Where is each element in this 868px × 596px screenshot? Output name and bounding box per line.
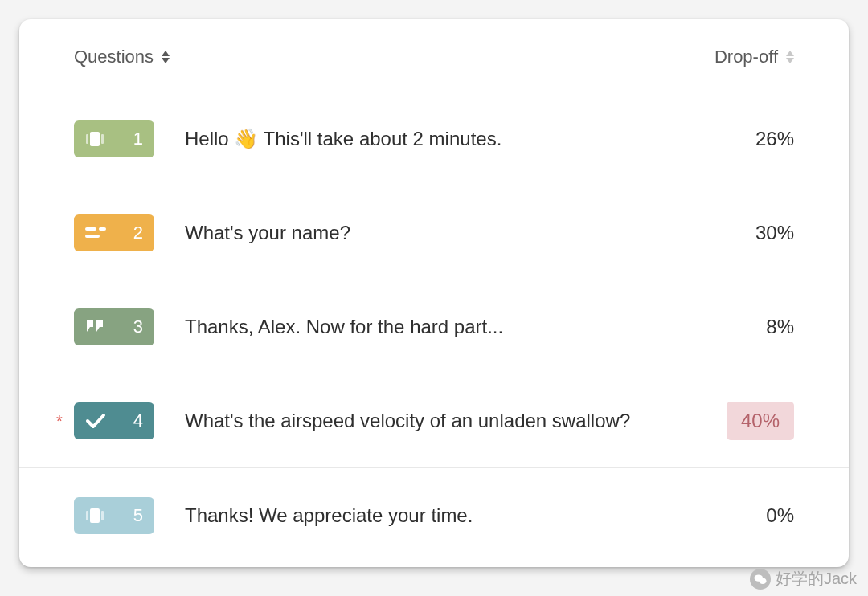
sort-icon: [162, 51, 170, 63]
svg-rect-10: [86, 511, 88, 520]
table-header: Questions Drop-off: [19, 19, 849, 92]
svg-rect-8: [99, 227, 106, 231]
question-number: 2: [133, 222, 143, 243]
questions-table-card: Questions Drop-off 1Hello 👋 This'll take…: [19, 19, 849, 567]
required-star-icon: *: [56, 413, 63, 429]
svg-marker-0: [162, 51, 170, 56]
question-type-badge: 1: [74, 120, 154, 157]
table-row[interactable]: * 4What's the airspeed velocity of an un…: [19, 374, 849, 468]
question-type-badge: 5: [74, 497, 154, 534]
sort-icon: [786, 51, 794, 63]
svg-rect-4: [86, 134, 88, 144]
quote-icon: [85, 319, 106, 335]
question-text: Hello 👋 This'll take about 2 minutes.: [185, 128, 730, 150]
question-number: 5: [133, 505, 143, 526]
table-row[interactable]: 5Thanks! We appreciate your time.0%: [19, 468, 849, 562]
cards-icon: [85, 507, 106, 525]
question-number: 1: [133, 129, 143, 149]
dropoff-value: 0%: [730, 504, 794, 527]
question-type-badge: 2: [74, 214, 154, 251]
svg-rect-7: [85, 227, 96, 231]
svg-rect-6: [101, 134, 104, 144]
dropoff-value: 40%: [727, 402, 794, 440]
svg-marker-2: [786, 51, 794, 56]
svg-rect-5: [90, 132, 100, 146]
check-icon: [85, 412, 106, 430]
table-row[interactable]: 2What's your name?30%: [19, 186, 849, 280]
svg-rect-12: [101, 511, 104, 520]
column-header-questions[interactable]: Questions: [74, 47, 170, 67]
question-text: What's the airspeed velocity of an unlad…: [185, 410, 727, 432]
watermark-text: 好学的Jack: [776, 568, 857, 590]
svg-marker-1: [162, 58, 170, 63]
dropoff-value: 30%: [730, 222, 794, 244]
table-body: 1Hello 👋 This'll take about 2 minutes.26…: [19, 92, 849, 562]
watermark: 好学的Jack: [750, 568, 857, 590]
column-header-dropoff[interactable]: Drop-off: [714, 47, 794, 67]
wechat-icon: [750, 569, 771, 590]
dropoff-value: 8%: [730, 316, 794, 338]
table-row[interactable]: 1Hello 👋 This'll take about 2 minutes.26…: [19, 92, 849, 186]
svg-rect-11: [90, 508, 100, 523]
dropoff-value: 26%: [730, 128, 794, 150]
question-text: What's your name?: [185, 222, 730, 244]
svg-point-14: [759, 578, 766, 584]
cards-icon: [85, 130, 106, 148]
question-text: Thanks, Alex. Now for the hard part...: [185, 316, 730, 338]
svg-rect-9: [85, 235, 100, 238]
svg-marker-3: [786, 58, 794, 63]
question-number: 3: [133, 316, 143, 337]
table-row[interactable]: 3Thanks, Alex. Now for the hard part...8…: [19, 280, 849, 374]
question-number: 4: [133, 410, 143, 431]
column-header-dropoff-label: Drop-off: [714, 47, 778, 67]
question-type-badge: 4: [74, 402, 154, 439]
question-type-badge: 3: [74, 308, 154, 345]
question-text: Thanks! We appreciate your time.: [185, 504, 730, 527]
column-header-questions-label: Questions: [74, 47, 154, 67]
text-lines-icon: [85, 227, 106, 239]
